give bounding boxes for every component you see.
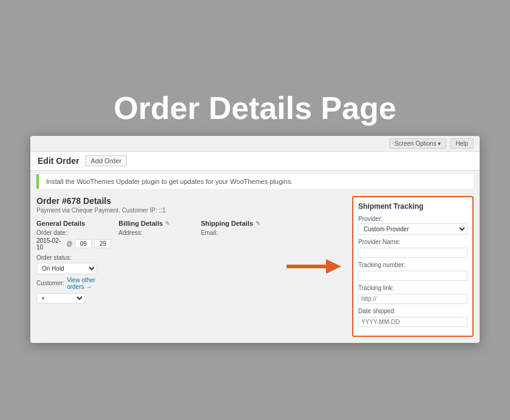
- arrow-area: [282, 196, 346, 337]
- tracking-link-input[interactable]: [358, 294, 467, 304]
- browser-window: Screen Options ▾ Help Edit Order Add Ord…: [30, 136, 480, 343]
- order-minute-input[interactable]: [94, 239, 111, 248]
- provider-name-label: Provider Name:: [358, 239, 467, 245]
- customer-label: Customer:: [36, 280, 64, 286]
- page-title: Order Details Page: [114, 90, 396, 126]
- shipment-tracking-panel: Shipment Tracking Provider: Custom Provi…: [352, 196, 474, 337]
- order-date-value: 2015-02-10: [36, 237, 64, 251]
- order-date-row: 2015-02-10 @: [36, 237, 111, 251]
- page-title-area: Order Details Page: [18, 78, 492, 136]
- order-title: Order #678 Details: [36, 196, 276, 206]
- tracking-number-input[interactable]: [358, 271, 467, 281]
- order-hour-input[interactable]: [75, 239, 92, 248]
- topbar: Screen Options ▾ Help: [30, 136, 480, 152]
- notice-bar: Install the WooThemes Updater plugin to …: [36, 174, 474, 189]
- billing-details-title: Billing Details ✎: [118, 220, 193, 227]
- provider-select-row: Custom Provider: [358, 223, 467, 235]
- date-shipped-field-group: Date shipped:: [358, 308, 467, 327]
- view-other-orders-link[interactable]: View other orders →: [67, 277, 111, 290]
- billing-edit-icon[interactable]: ✎: [165, 220, 170, 226]
- date-shipped-input[interactable]: [358, 317, 467, 327]
- at-sign: @: [66, 240, 72, 247]
- date-shipped-label: Date shipped:: [358, 308, 467, 314]
- tracking-link-label: Tracking link:: [358, 285, 467, 291]
- provider-select[interactable]: Custom Provider: [358, 223, 467, 235]
- shipment-tracking-title: Shipment Tracking: [358, 202, 467, 211]
- left-panel: Order #678 Details Payment via Cheque Pa…: [36, 196, 276, 337]
- help-button[interactable]: Help: [450, 138, 474, 149]
- billing-details-section: Billing Details ✎ Address:: [118, 220, 193, 303]
- order-status-label: Order status:: [36, 254, 111, 261]
- order-subtitle: Payment via Cheque Payment. Customer IP:…: [36, 207, 276, 214]
- general-details-title: General Details: [36, 220, 111, 227]
- screen-options-button[interactable]: Screen Options ▾: [389, 138, 447, 149]
- provider-label: Provider:: [358, 215, 467, 222]
- tracking-number-field-group: Tracking number:: [358, 262, 467, 281]
- admin-header: Edit Order Add Order: [30, 152, 480, 171]
- provider-name-input[interactable]: [358, 248, 467, 258]
- details-grid: General Details Order date: 2015-02-10 @…: [36, 220, 276, 303]
- arrow-icon: [287, 254, 341, 279]
- shipping-edit-icon[interactable]: ✎: [256, 220, 260, 226]
- order-status-select[interactable]: On Hold: [36, 263, 97, 274]
- customer-select[interactable]: ×: [36, 293, 85, 303]
- address-label: Address:: [118, 229, 193, 236]
- shipping-details-title: Shipping Details ✎: [201, 220, 276, 227]
- tracking-link-field-group: Tracking link:: [358, 285, 467, 304]
- order-date-label: Order date:: [36, 229, 111, 236]
- shipping-details-section: Shipping Details ✎ Email:: [201, 220, 276, 303]
- svg-marker-1: [326, 259, 341, 274]
- customer-row: Customer: View other orders →: [36, 277, 111, 290]
- email-label: Email:: [201, 229, 276, 236]
- general-details-section: General Details Order date: 2015-02-10 @…: [36, 220, 111, 303]
- edit-order-title: Edit Order: [38, 156, 79, 166]
- main-content: Order #678 Details Payment via Cheque Pa…: [30, 192, 480, 343]
- notice-text: Install the WooThemes Updater plugin to …: [46, 178, 293, 185]
- page-wrapper: Order Details Page Screen Options ▾ Help…: [18, 22, 492, 398]
- add-order-button[interactable]: Add Order: [85, 155, 127, 166]
- tracking-number-label: Tracking number:: [358, 262, 467, 268]
- provider-name-field-group: Provider Name:: [358, 239, 467, 258]
- provider-field-group: Provider: Custom Provider: [358, 215, 467, 235]
